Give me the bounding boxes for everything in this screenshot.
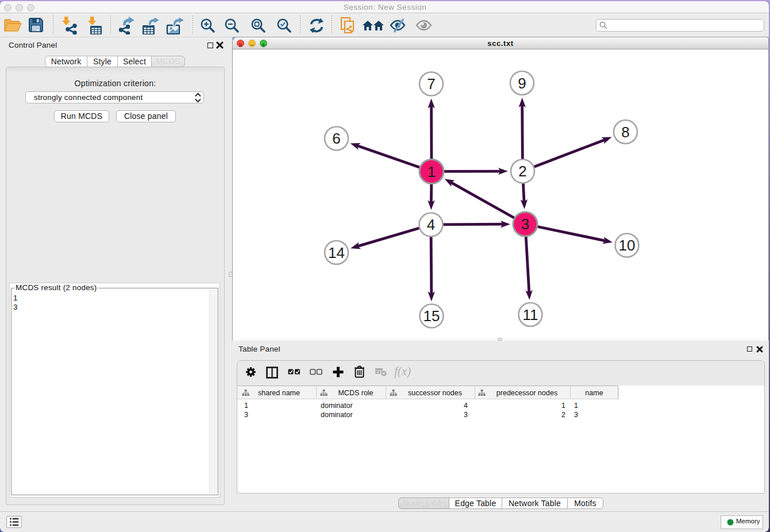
svg-text:15: 15: [424, 307, 440, 325]
svg-text:2: 2: [518, 163, 526, 180]
svg-text:1: 1: [428, 163, 436, 180]
svg-text:4: 4: [427, 216, 435, 233]
svg-text:8: 8: [621, 124, 629, 141]
svg-text:9: 9: [518, 75, 526, 92]
svg-text:3: 3: [521, 215, 529, 233]
svg-text:7: 7: [427, 75, 435, 92]
svg-text:11: 11: [523, 306, 538, 323]
svg-text:14: 14: [328, 244, 345, 261]
svg-text:10: 10: [619, 237, 636, 254]
svg-text:6: 6: [332, 130, 340, 147]
